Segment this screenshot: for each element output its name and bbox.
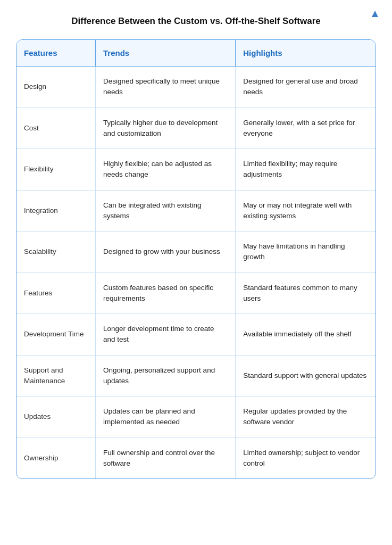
cell-highlights: Standard features common to many users bbox=[236, 272, 376, 314]
table-row: CostTypically higher due to development … bbox=[16, 108, 376, 149]
cell-highlights: Generally lower, with a set price for ev… bbox=[236, 108, 376, 149]
cell-highlights: Limited flexibility; may require adjustm… bbox=[236, 149, 376, 191]
cell-trends: Updates can be planned and implemented a… bbox=[96, 397, 236, 438]
table-row: DesignDesigned specifically to meet uniq… bbox=[16, 67, 376, 108]
table-row: ScalabilityDesigned to grow with your bu… bbox=[16, 232, 376, 273]
table-row: FlexibilityHighly flexible; can be adjus… bbox=[16, 149, 376, 191]
cell-feature: Scalability bbox=[16, 232, 96, 273]
cell-feature: Support and Maintenance bbox=[16, 355, 96, 397]
cell-trends: Designed specifically to meet unique nee… bbox=[96, 67, 236, 108]
table-row: Development TimeLonger development time … bbox=[16, 314, 376, 356]
page-title: Difference Between the Custom vs. Off-th… bbox=[16, 16, 376, 27]
cell-trends: Designed to grow with your business bbox=[96, 232, 236, 273]
cell-trends: Can be integrated with existing systems bbox=[96, 190, 236, 232]
cell-trends: Longer development time to create and te… bbox=[96, 314, 236, 356]
table-row: FeaturesCustom features based on specifi… bbox=[16, 272, 376, 314]
comparison-table: Features Trends Highlights DesignDesigne… bbox=[16, 39, 376, 479]
brand-icon bbox=[369, 7, 381, 20]
cell-feature: Flexibility bbox=[16, 149, 96, 191]
cell-feature: Updates bbox=[16, 397, 96, 438]
cell-feature: Cost bbox=[16, 108, 96, 149]
table-row: OwnershipFull ownership and control over… bbox=[16, 437, 376, 478]
table-row: Support and MaintenanceOngoing, personal… bbox=[16, 355, 376, 397]
cell-highlights: Limited ownership; subject to vendor con… bbox=[236, 437, 376, 478]
cell-highlights: May or may not integrate well with exist… bbox=[236, 190, 376, 232]
cell-feature: Ownership bbox=[16, 437, 96, 478]
cell-highlights: Standard support with general updates bbox=[236, 355, 376, 397]
table-row: IntegrationCan be integrated with existi… bbox=[16, 190, 376, 232]
cell-trends: Ongoing, personalized support and update… bbox=[96, 355, 236, 397]
col-header-features: Features bbox=[16, 40, 96, 67]
cell-highlights: May have limitations in handling growth bbox=[236, 232, 376, 273]
table-header-row: Features Trends Highlights bbox=[16, 40, 376, 67]
col-header-highlights: Highlights bbox=[236, 40, 376, 67]
cell-feature: Design bbox=[16, 67, 96, 108]
cell-highlights: Designed for general use and broad needs bbox=[236, 67, 376, 108]
cell-trends: Typically higher due to development and … bbox=[96, 108, 236, 149]
cell-feature: Integration bbox=[16, 190, 96, 232]
cell-highlights: Regular updates provided by the software… bbox=[236, 397, 376, 438]
col-header-trends: Trends bbox=[96, 40, 236, 67]
cell-feature: Features bbox=[16, 272, 96, 314]
cell-trends: Custom features based on specific requir… bbox=[96, 272, 236, 314]
table-row: UpdatesUpdates can be planned and implem… bbox=[16, 397, 376, 438]
cell-trends: Full ownership and control over the soft… bbox=[96, 437, 236, 478]
cell-feature: Development Time bbox=[16, 314, 96, 356]
cell-highlights: Available immediately off the shelf bbox=[236, 314, 376, 356]
cell-trends: Highly flexible; can be adjusted as need… bbox=[96, 149, 236, 191]
